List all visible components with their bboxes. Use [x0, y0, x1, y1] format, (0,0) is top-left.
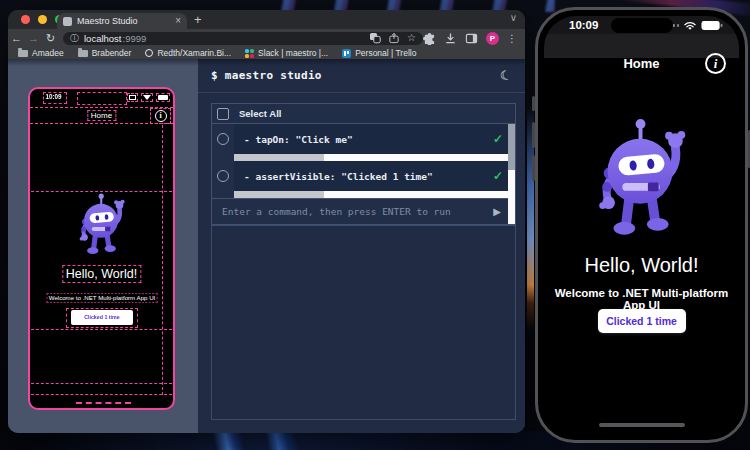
mirror-dotnet-bot-image[interactable]: [71, 191, 133, 263]
bookmarks-bar: Amadee Brabender Redth/Xamarin.Bi... Sla…: [8, 47, 525, 59]
new-tab-button[interactable]: +: [194, 12, 202, 27]
command-list-panel: Select All - tapOn: "Click me" ✓ - asser…: [211, 103, 516, 225]
mirror-dynamic-island-element[interactable]: [77, 92, 127, 105]
command-row-assertvisible[interactable]: - assertVisible: "Clicked 1 time" ✓: [212, 161, 515, 198]
cellular-icon[interactable]: [127, 93, 138, 102]
browser-window: Maestro Studio × + ∨ ← → ↻ ⓘ localhost :…: [8, 10, 525, 433]
device-preview-panel: 10:09 Home i Hello, Wor: [8, 59, 198, 433]
scrollbar-thumb[interactable]: [234, 191, 324, 198]
run-command-icon[interactable]: ▶: [493, 206, 501, 217]
forward-button[interactable]: →: [25, 32, 42, 44]
bookmark-github[interactable]: Redth/Xamarin.Bi...: [145, 48, 231, 58]
select-all-row[interactable]: Select All: [212, 104, 515, 124]
address-bar[interactable]: ⓘ localhost :9999 ☆: [63, 32, 423, 45]
mirror-overlay-guide: [31, 394, 172, 395]
success-check-icon: ✓: [493, 169, 503, 183]
command-code[interactable]: - assertVisible: "Clicked 1 time": [234, 161, 515, 191]
phone-screen: 10:09 Home i Hello, World! Welcome to .N…: [544, 16, 739, 434]
dynamic-island: [611, 18, 673, 33]
scrollbar-thumb[interactable]: [508, 124, 515, 170]
slack-icon: [245, 49, 254, 58]
tab-search-icon[interactable]: ∨: [510, 12, 517, 23]
select-all-label: Select All: [239, 108, 281, 119]
tab-title: Maestro Studio: [77, 16, 170, 26]
wifi-icon: [683, 21, 697, 31]
tab-close-icon[interactable]: ×: [175, 16, 181, 26]
horizontal-scrollbar[interactable]: [234, 191, 515, 198]
dark-mode-moon-icon[interactable]: ☾: [499, 67, 514, 84]
profile-avatar[interactable]: P: [486, 32, 499, 45]
bookmark-amadee[interactable]: Amadee: [18, 48, 64, 58]
command-row-tapon[interactable]: - tapOn: "Click me" ✓: [212, 124, 515, 161]
extensions-puzzle-icon[interactable]: [423, 32, 436, 45]
status-time: 10:09: [569, 19, 598, 31]
translate-icon[interactable]: [369, 32, 381, 44]
studio-header: $ maestro studio ☾: [198, 59, 525, 93]
volume-up-button: [532, 122, 535, 148]
share-box-icon[interactable]: [388, 32, 400, 44]
url-port: :9999: [123, 33, 147, 44]
home-indicator[interactable]: [599, 423, 685, 427]
github-icon: [145, 49, 153, 57]
mirror-status-icons: [127, 93, 170, 102]
tab-maestro-studio[interactable]: Maestro Studio ×: [57, 13, 187, 29]
mirror-overlay-guide: [31, 329, 172, 330]
welcome-label: Welcome to .NET Multi-platform App UI: [544, 287, 739, 311]
mirror-overlay-guide: [31, 383, 172, 384]
folder-icon: [78, 50, 88, 57]
maestro-studio-page: 10:09 Home i Hello, Wor: [8, 59, 525, 433]
site-info-icon[interactable]: ⓘ: [70, 32, 79, 45]
bookmark-star-icon[interactable]: ☆: [407, 33, 416, 43]
trello-icon: [342, 49, 351, 58]
command-input[interactable]: [212, 199, 493, 224]
vertical-scrollbar[interactable]: [508, 124, 515, 224]
bookmark-trello[interactable]: Personal | Trello: [342, 48, 416, 58]
reload-button[interactable]: ↻: [42, 32, 59, 45]
folder-icon: [18, 50, 28, 57]
device-mirror[interactable]: 10:09 Home i Hello, Wor: [28, 87, 175, 410]
mirror-hello-label[interactable]: Hello, World!: [62, 265, 141, 283]
scrollbar-thumb[interactable]: [234, 154, 324, 161]
clicked-button[interactable]: Clicked 1 time: [598, 309, 686, 333]
info-icon: i: [155, 110, 167, 122]
mirror-overlay-guide-vertical: [162, 125, 163, 395]
select-all-checkbox[interactable]: [217, 108, 229, 120]
horizontal-scrollbar[interactable]: [234, 154, 515, 161]
downloads-icon[interactable]: [444, 32, 457, 45]
mirror-status-time: 10:09: [44, 93, 63, 101]
url-host: localhost: [84, 33, 122, 44]
tab-strip: Maestro Studio × + ∨: [8, 10, 525, 29]
side-panel-icon[interactable]: [465, 32, 478, 45]
action-button: [532, 96, 535, 111]
close-window-button[interactable]: [21, 15, 30, 24]
mirror-welcome-label[interactable]: Welcome to .NET Multi-platform App UI: [46, 293, 157, 303]
battery-icon: [701, 20, 723, 31]
minimize-window-button[interactable]: [38, 15, 47, 24]
success-check-icon: ✓: [493, 132, 503, 146]
studio-main-panel: $ maestro studio ☾ Select All - tapOn: "…: [198, 59, 525, 433]
info-button[interactable]: i: [705, 53, 726, 74]
browser-menu-icon[interactable]: ⋮: [507, 33, 517, 44]
tab-favicon: [63, 17, 72, 26]
command-code[interactable]: - tapOn: "Click me": [234, 124, 515, 154]
iphone-simulator: 10:09 Home i Hello, World! Welcome to .N…: [535, 7, 748, 443]
bookmark-brabender[interactable]: Brabender: [78, 48, 132, 58]
mirror-nav-title[interactable]: Home: [87, 110, 116, 121]
hello-world-label: Hello, World!: [544, 254, 739, 277]
volume-down-button: [532, 155, 535, 181]
studio-title: $ maestro studio: [211, 69, 322, 82]
back-button[interactable]: ←: [8, 32, 25, 44]
bookmark-slack[interactable]: Slack | maestro |...: [245, 48, 328, 58]
battery-icon[interactable]: [156, 93, 170, 102]
mirror-nav-bar: Home i: [30, 107, 173, 124]
dotnet-bot-image: [583, 114, 701, 252]
mirror-clicked-button[interactable]: Clicked 1 time: [71, 310, 133, 325]
browser-toolbar: ← → ↻ ⓘ localhost :9999 ☆: [8, 29, 525, 47]
wifi-icon[interactable]: [141, 93, 153, 102]
phone-nav-bar: Home i: [544, 34, 739, 58]
mirror-info-element[interactable]: i: [150, 108, 171, 124]
command-input-row: ▶: [212, 198, 515, 224]
command-checkbox[interactable]: [217, 170, 229, 182]
mirror-home-indicator[interactable]: [76, 402, 131, 404]
command-checkbox[interactable]: [217, 133, 229, 145]
